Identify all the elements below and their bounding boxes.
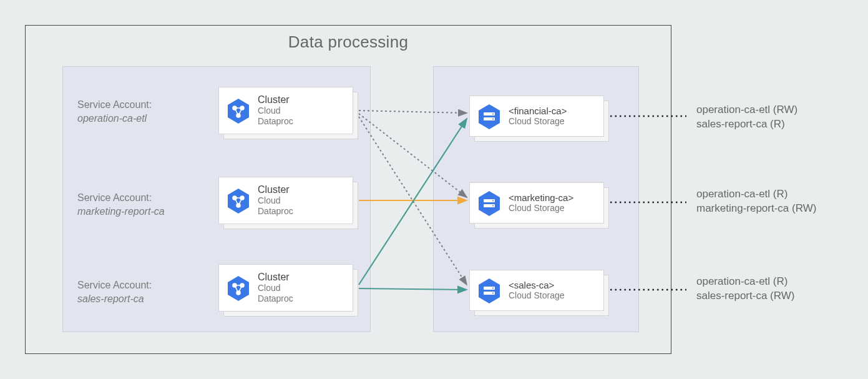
- card-title: Cluster: [258, 94, 293, 106]
- sa-label-prefix: Service Account:: [77, 278, 152, 292]
- card-subline-1: Cloud: [258, 106, 293, 117]
- sa-label-prefix: Service Account:: [77, 191, 165, 205]
- service-account-2: Service Account: marketing-report-ca: [77, 191, 165, 219]
- diagram-title: Data processing: [25, 32, 671, 52]
- storage-card-1: <financial-ca> Cloud Storage: [469, 96, 604, 137]
- card-title: <financial-ca>: [509, 106, 567, 116]
- card-text: <financial-ca> Cloud Storage: [509, 106, 567, 127]
- dataproc-icon: [225, 97, 251, 124]
- card-title: Cluster: [258, 184, 293, 195]
- card-text: <marketing-ca> Cloud Storage: [509, 192, 573, 214]
- card-title: <sales-ca>: [509, 280, 565, 290]
- card-subline-1: Cloud: [258, 195, 293, 207]
- dataproc-icon: [225, 275, 251, 301]
- dataproc-icon: [225, 187, 251, 214]
- cluster-card-1: Cluster Cloud Dataproc: [218, 87, 353, 134]
- card-subline: Cloud Storage: [509, 116, 567, 127]
- perm-line: operation-ca-etl (R): [696, 187, 816, 202]
- service-account-3: Service Account: sales-report-ca: [77, 278, 152, 307]
- card-subline: Cloud Storage: [509, 203, 573, 214]
- card-subline-2: Dataproc: [258, 116, 293, 127]
- card-subline-1: Cloud: [258, 283, 293, 294]
- card-text: Cluster Cloud Dataproc: [258, 184, 293, 217]
- sa-label-name: marketing-report-ca: [77, 205, 165, 219]
- storage-icon: [476, 277, 502, 303]
- storage-icon: [476, 103, 502, 129]
- service-account-1: Service Account: operation-ca-etl: [77, 98, 152, 126]
- perm-line: operation-ca-etl (RW): [696, 103, 797, 117]
- card-subline-2: Dataproc: [258, 293, 293, 305]
- perm-line: operation-ca-etl (R): [696, 275, 794, 289]
- sa-label-name: sales-report-ca: [77, 292, 152, 306]
- card-subline: Cloud Storage: [509, 290, 565, 302]
- permissions-1: operation-ca-etl (RW) sales-report-ca (R…: [696, 103, 797, 132]
- card-subline-2: Dataproc: [258, 206, 293, 217]
- card-text: <sales-ca> Cloud Storage: [509, 280, 565, 302]
- sa-label-name: operation-ca-etl: [77, 112, 152, 126]
- sa-label-prefix: Service Account:: [77, 98, 152, 112]
- storage-card-3: <sales-ca> Cloud Storage: [469, 270, 604, 311]
- cluster-card-2: Cluster Cloud Dataproc: [218, 177, 353, 224]
- permissions-3: operation-ca-etl (R) sales-report-ca (RW…: [696, 275, 794, 303]
- card-title: Cluster: [258, 272, 293, 283]
- permissions-2: operation-ca-etl (R) marketing-report-ca…: [696, 187, 816, 216]
- storage-card-2: <marketing-ca> Cloud Storage: [469, 182, 604, 224]
- card-text: Cluster Cloud Dataproc: [258, 272, 293, 305]
- perm-line: sales-report-ca (RW): [696, 289, 794, 303]
- perm-line: marketing-report-ca (RW): [696, 202, 816, 216]
- cluster-card-3: Cluster Cloud Dataproc: [218, 264, 353, 312]
- card-text: Cluster Cloud Dataproc: [258, 94, 293, 127]
- card-title: <marketing-ca>: [509, 192, 573, 203]
- perm-line: sales-report-ca (R): [696, 117, 797, 132]
- storage-icon: [476, 190, 502, 216]
